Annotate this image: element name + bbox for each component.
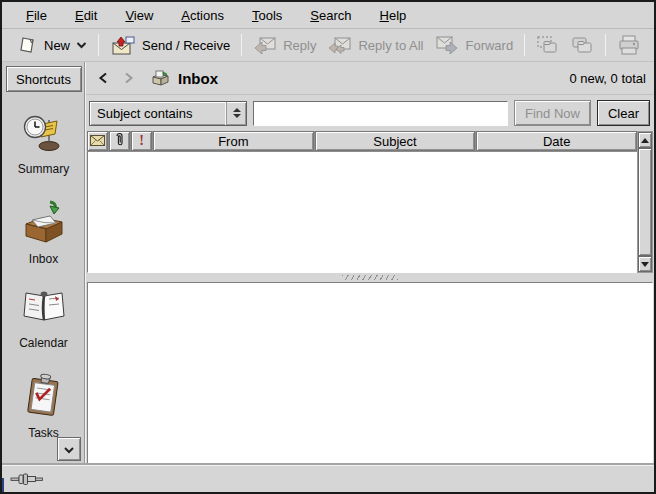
reply-to-all-button[interactable]: Reply to All [322,33,429,57]
search-input[interactable] [253,101,508,126]
move-to-folder-button[interactable] [530,33,564,57]
send-receive-icon [110,34,136,56]
menu-tools[interactable]: Tools [238,4,296,27]
copy-to-folder-button[interactable] [564,33,600,57]
message-status-icon [90,134,105,149]
online-plug-icon[interactable] [10,472,44,486]
menu-bar: File Edit View Actions Tools Search Help [2,2,654,29]
toolbar-separator [605,34,606,56]
shortcuts-group-button[interactable]: Shortcuts [6,66,82,92]
content-pane: Inbox 0 new, 0 total Subject contains Fi… [86,62,654,465]
reply-button-label: Reply [283,38,316,53]
status-bar [2,465,654,492]
main-toolbar: New Send / Receive [2,29,654,62]
column-label: Date [543,134,570,149]
send-receive-label: Send / Receive [142,38,230,53]
menu-actions[interactable]: Actions [167,4,238,27]
scroll-down-button[interactable] [638,256,652,272]
summary-clock-icon [22,114,66,157]
reply-button[interactable]: Reply [247,33,322,57]
new-button[interactable]: New [12,33,93,57]
reply-to-all-label: Reply to All [358,38,423,53]
scrollbar-thumb[interactable] [638,148,652,256]
find-now-label: Find Now [525,106,580,121]
clear-button[interactable]: Clear [597,100,650,126]
sidebar-item-summary[interactable]: Summary [2,114,85,176]
column-header-attachment[interactable] [109,131,130,151]
evolution-window: File Edit View Actions Tools Search Help… [0,0,656,494]
menu-edit[interactable]: Edit [61,4,111,27]
search-criteria-value: Subject contains [90,102,226,125]
sidebar-item-label: Summary [18,162,69,176]
message-list-body[interactable] [87,152,637,273]
print-button[interactable] [611,32,647,58]
splitter-grip-icon [342,275,398,280]
forward-nav-button[interactable] [118,67,140,89]
menu-search[interactable]: Search [296,4,365,27]
forward-button-label: Forward [465,38,513,53]
forward-button[interactable]: Forward [429,33,519,57]
sidebar-item-tasks[interactable]: Tasks [2,372,85,440]
calendar-book-icon [20,288,68,331]
column-header-priority[interactable]: ! [131,131,152,151]
message-list: ! From Subject Date [86,131,654,273]
column-header-status[interactable] [87,131,108,151]
search-bar: Subject contains Find Now Clear [86,95,654,131]
search-criteria-dropdown[interactable]: Subject contains [89,101,247,126]
pane-splitter[interactable] [86,273,654,282]
forward-icon [435,35,459,55]
column-header-from[interactable]: From [153,131,314,151]
menu-view[interactable]: View [111,4,167,27]
shortcut-bar: Shortcuts Summary [2,62,86,465]
combo-spin-arrows-icon [226,102,246,125]
folder-header-bar: Inbox 0 new, 0 total [86,62,654,95]
move-to-folder-icon [536,35,558,55]
inbox-tray-icon [20,198,68,247]
message-list-scrollbar[interactable] [637,131,653,273]
column-label: From [218,134,248,149]
sidebar-item-calendar[interactable]: Calendar [2,288,85,350]
tasks-clipboard-icon [22,372,66,421]
column-header-subject[interactable]: Subject [315,131,476,151]
main-area: Shortcuts Summary [2,62,654,465]
toolbar-separator [241,34,242,56]
chevron-down-icon [63,442,75,457]
message-list-column-headers: ! From Subject Date [87,131,637,152]
sidebar-item-inbox[interactable]: Inbox [2,198,85,266]
clear-label: Clear [608,106,639,121]
column-label: Subject [373,134,416,149]
column-header-date[interactable]: Date [476,131,637,151]
scroll-down-icon [641,262,649,267]
send-receive-button[interactable]: Send / Receive [104,32,236,58]
message-list-table: ! From Subject Date [87,131,637,273]
reply-all-icon [328,35,352,55]
menu-file[interactable]: File [12,4,61,27]
sidebar-item-label: Inbox [29,252,58,266]
reply-icon [253,35,277,55]
scroll-up-button[interactable] [638,132,652,148]
new-note-icon [18,35,38,55]
new-button-label: New [44,38,70,53]
toolbar-separator [524,34,525,56]
inbox-folder-icon [150,69,170,87]
print-icon [617,34,641,56]
folder-message-counts: 0 new, 0 total [569,71,646,86]
copy-to-folder-icon [570,35,594,55]
shortcut-bar-scroll-down-button[interactable] [57,437,81,461]
priority-icon: ! [139,133,144,149]
delete-button[interactable] [647,32,656,58]
sidebar-item-label: Calendar [19,336,68,350]
sidebar-item-label: Tasks [28,426,59,440]
scroll-up-icon [641,138,649,143]
attachment-icon [115,132,124,150]
back-button[interactable] [92,67,114,89]
message-preview-pane[interactable] [87,282,653,464]
shortcuts-group-label: Shortcuts [16,72,71,87]
toolbar-separator [98,34,99,56]
dropdown-chevron-icon [76,41,87,49]
window-frame-accent [0,478,4,494]
find-now-button[interactable]: Find Now [514,100,591,126]
folder-title: Inbox [178,70,218,87]
menu-help[interactable]: Help [366,4,421,27]
